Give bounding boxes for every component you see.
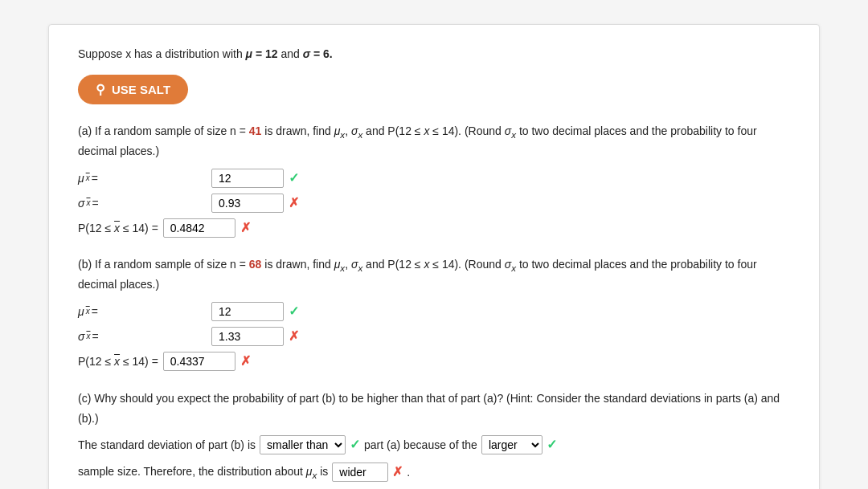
part-b-mu-input[interactable] [211, 302, 284, 321]
part-c-mid-text: part (a) because of the [364, 435, 477, 455]
part-c-select2-check: ✓ [547, 434, 557, 457]
section-part-a: (a) If a random sample of size n = 41 is… [78, 122, 790, 238]
part-a-sigma-label: σx = [78, 197, 207, 210]
part-a-prob-label: P(12 ≤ x ≤ 14) = [78, 222, 158, 234]
part-b-prob-input[interactable] [163, 352, 235, 371]
part-b-sigma-cross: ✗ [289, 328, 299, 344]
part-a-sigma-row: σx = ✗ [78, 194, 790, 213]
sigma-symbol: σ [303, 47, 310, 60]
part-a-n: 41 [249, 124, 262, 137]
part-b-description: (b) If a random sample of size n = 68 is… [78, 255, 790, 294]
part-b-prob-label: P(12 ≤ x ≤ 14) = [78, 355, 158, 368]
part-c-trailing-dot: . [407, 463, 410, 483]
main-card: Suppose x has a distribution with μ = 12… [48, 24, 820, 489]
part-c-answer-row: The standard deviation of part (b) is sm… [78, 434, 790, 484]
part-c-select2[interactable]: larger smaller same [481, 435, 542, 454]
use-salt-button[interactable]: ⚲ USE SALT [78, 75, 188, 104]
part-b-n: 68 [249, 258, 262, 271]
part-a-sigma-cross: ✗ [289, 195, 299, 210]
part-c-select1[interactable]: smaller than larger than equal to [260, 435, 346, 454]
part-a-prob-cross: ✗ [240, 220, 251, 235]
part-a-mu-label: μx = [78, 172, 207, 185]
part-a-mu-input[interactable] [211, 169, 284, 188]
part-c-mid2-text: sample size. Therefore, the distribution… [78, 462, 328, 483]
part-c-pre-text: The standard deviation of part (b) is [78, 435, 256, 455]
sigma-value: = 6. [310, 47, 333, 60]
intro-text: Suppose x has a distribution with [78, 47, 246, 60]
part-a-sigma-input[interactable] [211, 194, 284, 213]
part-a-mu-row: μx = ✓ [78, 169, 790, 188]
part-c-select1-check: ✓ [350, 434, 360, 457]
mu-symbol: μ [246, 47, 252, 60]
part-b-mu-check: ✓ [289, 304, 299, 319]
part-a-mu-check: ✓ [289, 170, 299, 185]
part-c-hint: (c) Why should you expect the probabilit… [78, 389, 790, 429]
part-b-prob-row: P(12 ≤ x ≤ 14) = ✗ [78, 352, 790, 371]
part-b-prob-cross: ✗ [240, 353, 251, 369]
intro-line: Suppose x has a distribution with μ = 12… [78, 47, 790, 60]
mu-value: = 12 [252, 47, 278, 60]
part-a-description: (a) If a random sample of size n = 41 is… [78, 122, 790, 161]
part-a-prob-input[interactable] [163, 218, 235, 238]
part-b-sigma-label: σx = [78, 330, 207, 343]
part-b-mu-label: μx = [78, 305, 207, 318]
part-b-sigma-row: σx = ✗ [78, 327, 790, 346]
salt-icon: ⚲ [96, 82, 105, 97]
part-b-sigma-input[interactable] [211, 327, 284, 346]
and-text: and [278, 47, 303, 60]
section-part-b: (b) If a random sample of size n = 68 is… [78, 255, 790, 371]
part-c-wider-cross: ✗ [392, 461, 403, 484]
section-part-c: (c) Why should you expect the probabilit… [78, 389, 790, 484]
part-c-wider-input[interactable] [332, 463, 388, 482]
part-b-mu-row: μx = ✓ [78, 302, 790, 321]
part-a-prob-row: P(12 ≤ x ≤ 14) = ✗ [78, 218, 790, 238]
use-salt-label: USE SALT [112, 83, 170, 96]
